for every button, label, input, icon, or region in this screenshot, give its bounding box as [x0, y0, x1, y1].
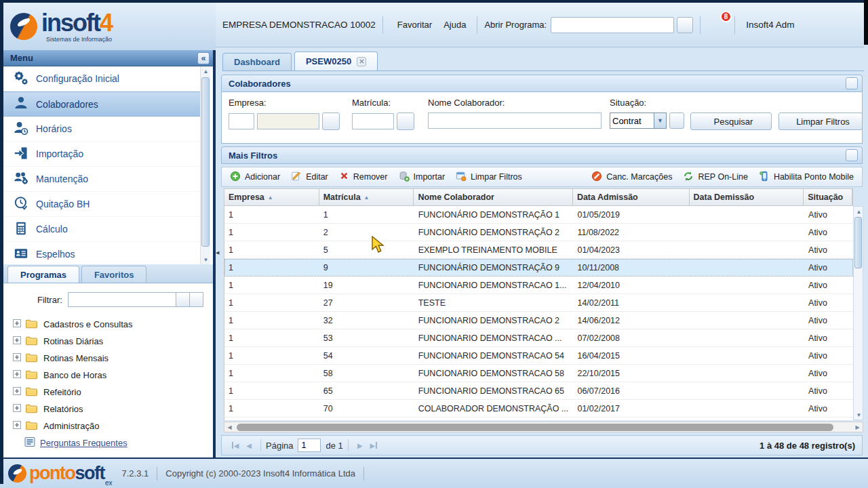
sidebar-item-horarios[interactable]: Horários: [3, 117, 203, 142]
sidebar-item-configuracao-inicial[interactable]: Configuração Inicial: [3, 66, 203, 92]
menu-scrollbar[interactable]: ▲ ▼: [200, 66, 210, 264]
sidebar-tab-programas[interactable]: Programas: [7, 266, 79, 283]
empresa-code-input[interactable]: [229, 113, 254, 129]
situacao-filter: Situação: Contrat ▼: [610, 98, 684, 129]
scroll-down-icon[interactable]: ▼: [854, 410, 864, 420]
column-header-matricula[interactable]: Matrícula▲: [319, 189, 414, 205]
column-header-label: Nome Colaborador: [418, 192, 494, 202]
empresa-lookup-button[interactable]: [322, 113, 340, 130]
region-splitter-collapse[interactable]: ◀: [216, 243, 220, 263]
sidebar-item-manutencao[interactable]: Manutenção: [3, 167, 203, 192]
tab-psew0250[interactable]: PSEW0250: [294, 52, 378, 70]
tree-node-cadastros-e-consultas[interactable]: Cadastros e Consultas: [3, 316, 213, 333]
cell-nome: FUNCIONÁRIO DEMONSTRAÇÃO 1: [414, 206, 574, 224]
toolbar-button-adicionar[interactable]: Adicionar: [224, 169, 285, 186]
collapse-panel-button[interactable]: [846, 77, 858, 89]
toolbar-button-importar[interactable]: Importar: [393, 169, 451, 186]
toolbar-button-habilita-ponto-mobile[interactable]: Habilita Ponto Mobile: [753, 169, 859, 186]
cell-matricula: 1: [319, 206, 414, 224]
sidebar-tab-favoritos[interactable]: Favoritos: [81, 266, 147, 283]
table-row[interactable]: 170COLABORADOR DEMONSTRAÇÃO ...01/02/201…: [224, 400, 853, 418]
matricula-lookup-button[interactable]: [397, 113, 414, 130]
empresa-desc-input: [257, 113, 319, 129]
scroll-down-icon[interactable]: ▼: [201, 255, 211, 264]
tree-node-rotinas-mensais[interactable]: Rotinas Mensais: [3, 350, 213, 367]
situacao-select[interactable]: Contrat: [610, 113, 654, 129]
favorite-button[interactable]: Favoritar: [390, 18, 436, 32]
empresa-label: Empresa:: [229, 98, 340, 108]
toolbar-button-rep-on-line[interactable]: REP On-Line: [677, 169, 753, 186]
toolbar-button-editar[interactable]: Editar: [285, 169, 334, 186]
faq-link[interactable]: Perguntas Frequentes: [40, 438, 127, 448]
next-page-button[interactable]: ▶: [353, 439, 367, 452]
tree-node-banco-de-horas[interactable]: Banco de Horas: [3, 367, 213, 384]
table-row[interactable]: 165FUNCIONARIO DEMONSTRACAO 6506/07/2016…: [224, 382, 853, 400]
main-area: DashboardPSEW0250 Colaboradores Empresa:…: [216, 47, 868, 458]
situacao-clear-button[interactable]: [669, 113, 684, 129]
notifications-button[interactable]: 8: [707, 15, 728, 35]
tab-dashboard[interactable]: Dashboard: [222, 53, 292, 70]
prev-page-button[interactable]: ◀: [242, 439, 256, 452]
collapse-sidebar-button[interactable]: «: [197, 52, 210, 64]
sidebar-item-espelhos[interactable]: Espelhos: [3, 242, 203, 264]
filter-input[interactable]: [68, 292, 176, 307]
table-vertical-scrollbar[interactable]: ▲ ▼: [853, 206, 863, 420]
nome-colaborador-input[interactable]: [428, 113, 601, 129]
tree-node-relatorios[interactable]: Relatórios: [3, 401, 213, 418]
help-button[interactable]: Ajuda: [436, 18, 470, 32]
matricula-input[interactable]: [352, 113, 394, 129]
toolbar-button-remover[interactable]: Remover: [334, 169, 393, 185]
table-row[interactable]: 153FUNCIONARIO DEMONSTRACAO ...07/02/200…: [224, 329, 853, 347]
table-row[interactable]: 154FUNCIONARIO DEMONSTRACAO 5416/04/2015…: [224, 347, 853, 365]
table-row[interactable]: 19FUNCIONÁRIO DEMONSTRAÇÃO 910/11/2008At…: [224, 259, 853, 277]
table-row[interactable]: 132FUNCIONARIO DEMONSTRACAO 214/06/2012A…: [224, 312, 853, 329]
cell-demissao: [690, 365, 804, 382]
program-list-button[interactable]: [677, 17, 693, 33]
column-header-situacao[interactable]: Situação: [804, 189, 852, 205]
scroll-left-icon[interactable]: ◀: [224, 422, 235, 432]
sidebar-item-calculo[interactable]: Cálculo: [3, 217, 203, 242]
first-page-button[interactable]: ◀: [229, 439, 242, 452]
table-row[interactable]: 12FUNCIONÁRIO DEMONSTRAÇÃO 211/08/2022At…: [224, 224, 853, 241]
sidebar-item-importacao[interactable]: Importação: [3, 142, 203, 167]
toolbar-button-limpar-filtros[interactable]: Limpar Filtros: [450, 169, 528, 186]
column-header-nome-colaborador[interactable]: Nome Colaborador: [414, 189, 572, 205]
scroll-right-icon[interactable]: ▶: [852, 422, 863, 432]
empresa-filter: Empresa:: [229, 98, 340, 130]
pesquisar-button[interactable]: Pesquisar: [690, 113, 772, 130]
table-row[interactable]: 172FUNCIONARIO DEMONSTRACAO 7202/05/2017…: [224, 418, 853, 420]
tree-node-rotinas-diarias[interactable]: Rotinas Diárias: [3, 333, 213, 350]
filter-clear-button[interactable]: [176, 292, 190, 307]
scrollbar-thumb[interactable]: [854, 217, 862, 268]
scroll-up-icon[interactable]: ▲: [201, 66, 211, 76]
open-program-input[interactable]: [551, 17, 674, 33]
toolbar-button-canc-marcacoes[interactable]: Canc. Marcações: [586, 169, 677, 186]
table-row[interactable]: 158FUNCIONARIO DEMONSTRACAO 5822/10/2015…: [224, 365, 853, 382]
filter-search-button[interactable]: [190, 292, 203, 307]
user-menu[interactable]: Insoft4 Adm: [742, 20, 794, 30]
sidebar-item-quitacao-bh[interactable]: Quitação BH: [3, 192, 203, 217]
table-row[interactable]: 15EXEMPLO TREINAMENTO MOBILE01/04/2023At…: [224, 241, 853, 259]
expand-panel-button[interactable]: [846, 149, 858, 161]
limpar-filtros-button[interactable]: Limpar Filtros: [778, 113, 863, 130]
chevron-down-icon[interactable]: ▼: [654, 113, 667, 129]
tree-node-administracao[interactable]: Administração: [3, 418, 213, 434]
column-header-empresa[interactable]: Empresa▲: [224, 189, 319, 205]
column-header-data-admissao[interactable]: Data Admissão: [573, 189, 690, 205]
scrollbar-thumb[interactable]: [237, 424, 833, 431]
column-header-data-demissao[interactable]: Data Demissão: [690, 189, 804, 205]
table-body: 11FUNCIONÁRIO DEMONSTRAÇÃO 101/05/2019At…: [224, 206, 853, 420]
page-number-input[interactable]: [298, 439, 321, 452]
table-row[interactable]: 119FUNCIONARIO DEMONSTRACAO 1...12/04/20…: [224, 277, 853, 294]
last-page-button[interactable]: ▶: [367, 439, 380, 452]
scroll-up-icon[interactable]: ▲: [854, 207, 864, 216]
cell-demissao: [690, 224, 804, 241]
table-row[interactable]: 11FUNCIONÁRIO DEMONSTRAÇÃO 101/05/2019At…: [224, 206, 853, 224]
close-tab-button[interactable]: [357, 57, 366, 66]
scrollbar-thumb[interactable]: [201, 77, 210, 247]
tree-node-refeitorio[interactable]: Refeitório: [3, 384, 213, 401]
table-horizontal-scrollbar[interactable]: ◀ ▶: [224, 422, 863, 432]
table-row[interactable]: 127TESTE14/02/2011Ativo: [224, 294, 853, 312]
sidebar-item-colaboradores[interactable]: Colaboradores: [3, 92, 203, 117]
tree-node-perguntas-frequentes[interactable]: Perguntas Frequentes: [3, 434, 213, 451]
